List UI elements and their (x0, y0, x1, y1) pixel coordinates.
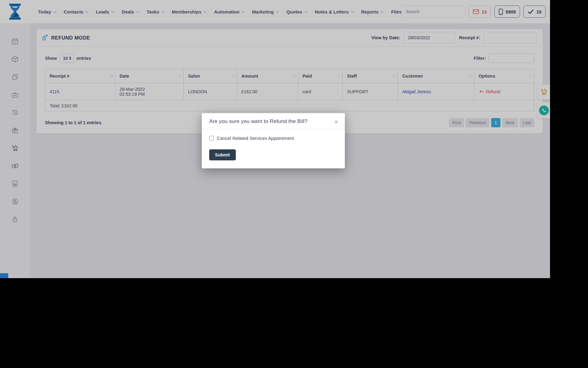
modal-header: Are you sure you want to Refund the Bill… (202, 113, 345, 129)
app-window: Today Contacts Leads Deals Tasks Members… (0, 0, 550, 278)
close-icon[interactable]: × (334, 118, 339, 125)
modal-body: Cancel Related Services Appointment Subm… (202, 129, 345, 168)
cancel-services-checkbox[interactable] (209, 136, 214, 140)
cancel-services-label: Cancel Related Services Appointment (217, 136, 294, 141)
modal-title: Are you sure you want to Refund the Bill… (209, 118, 307, 125)
cancel-services-checkbox-row: Cancel Related Services Appointment (209, 136, 337, 141)
refund-confirm-modal: Are you sure you want to Refund the Bill… (202, 113, 345, 168)
submit-button[interactable]: Submit (209, 149, 236, 160)
